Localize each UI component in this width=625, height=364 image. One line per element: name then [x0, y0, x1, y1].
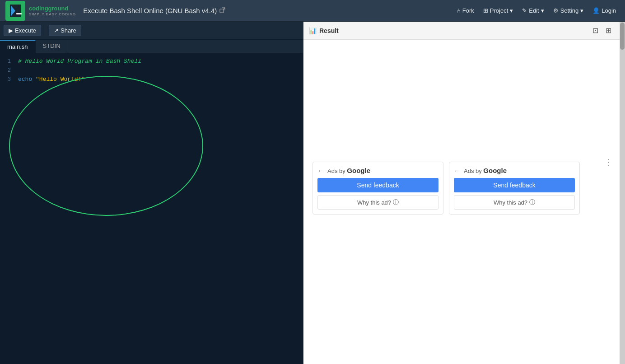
- code-editor[interactable]: 1 # Hello World Program in Bash Shell 2 …: [0, 53, 303, 364]
- why-this-ad-2[interactable]: Why this ad? ⓘ: [454, 195, 575, 210]
- send-feedback-button-2[interactable]: Send feedback: [454, 178, 575, 192]
- navbar: codingground codingground SIMPLY EASY CO…: [0, 0, 625, 22]
- tab-stdin-label: STDIN: [43, 42, 61, 49]
- share-label: Share: [61, 27, 76, 34]
- ad-back-arrow-2[interactable]: ←: [454, 167, 460, 174]
- ad-box-2: ← Ads by Google Send feedback Why this a…: [449, 162, 580, 215]
- oval-annotation: [9, 76, 203, 216]
- code-line-1: 1 # Hello World Program in Bash Shell: [0, 57, 303, 66]
- code-line-2: 2: [0, 66, 303, 75]
- tab-stdin[interactable]: STDIN: [36, 40, 68, 53]
- why-this-ad-1[interactable]: Why this ad? ⓘ: [317, 195, 438, 210]
- edit-button[interactable]: ✎ Edit ▾: [518, 5, 547, 16]
- project-button[interactable]: ⊞ Project ▾: [480, 5, 517, 16]
- echo-keyword: echo: [18, 76, 32, 83]
- nav-right: ⑃ Fork ⊞ Project ▾ ✎ Edit ▾ ⚙ Setting ▾ …: [453, 5, 620, 16]
- line-number-2: 2: [0, 66, 16, 75]
- result-header-right: ⊡ ⊞: [590, 25, 614, 36]
- result-title-text: Result: [319, 27, 339, 34]
- ad-header-1: ← Ads by Google: [317, 167, 438, 174]
- edit-icon: ✎: [522, 7, 527, 14]
- tab-main-sh-label: main.sh: [7, 43, 28, 50]
- user-icon: 👤: [592, 7, 600, 14]
- send-feedback-label-2: Send feedback: [493, 182, 535, 189]
- fork-label: Fork: [462, 7, 474, 14]
- svg-text:codingground: codingground: [7, 18, 21, 20]
- ad-box-1: ← Ads by Google Send feedback Why this a…: [312, 162, 443, 215]
- result-panel: 📊 Result ⊡ ⊞ ← Ads by Google: [303, 22, 620, 364]
- edit-label: Edit: [529, 7, 539, 14]
- setting-dropdown-icon: ▾: [580, 7, 583, 14]
- ads-by-google-1: Ads by Google: [327, 167, 370, 174]
- send-feedback-button-1[interactable]: Send feedback: [317, 178, 438, 192]
- google-brand-1: Google: [347, 167, 370, 174]
- result-header: 📊 Result ⊡ ⊞: [303, 22, 620, 40]
- line-content-3: echo "Hello World!": [16, 75, 303, 84]
- result-content: ← Ads by Google Send feedback Why this a…: [303, 40, 620, 364]
- ad-back-arrow-1[interactable]: ←: [317, 167, 324, 174]
- setting-label: Setting: [560, 7, 578, 14]
- more-options-icon[interactable]: ⋮: [604, 157, 612, 167]
- edit-dropdown-icon: ▾: [541, 7, 544, 14]
- logo-text: codingground: [29, 5, 76, 12]
- toolbar-divider: [45, 25, 45, 36]
- send-feedback-label-1: Send feedback: [357, 182, 399, 189]
- hello-world-string: "Hello World!": [36, 76, 85, 83]
- info-icon-1: ⓘ: [393, 198, 399, 206]
- login-button[interactable]: 👤 Login: [589, 5, 620, 16]
- line-number-3: 3: [0, 75, 16, 84]
- project-icon: ⊞: [483, 7, 488, 14]
- tab-bar: main.sh STDIN: [0, 40, 303, 53]
- gear-icon: ⚙: [553, 7, 559, 14]
- line-number-1: 1: [0, 57, 16, 66]
- svg-line-6: [223, 8, 225, 9]
- ad-header-2: ← Ads by Google: [454, 167, 575, 174]
- svg-rect-3: [16, 13, 22, 14]
- page-title: Execute Bash Shell Online (GNU Bash v4.4…: [83, 7, 217, 14]
- tab-main-sh[interactable]: main.sh: [0, 40, 36, 53]
- share-icon: ↗: [54, 27, 59, 34]
- bar-chart-icon: 📊: [309, 27, 317, 34]
- logo-subtitle: SIMPLY EASY CODING: [29, 12, 76, 17]
- play-icon: ▶: [9, 27, 13, 34]
- why-this-ad-text-1: Why this ad?: [357, 199, 391, 206]
- ads-container: ← Ads by Google Send feedback Why this a…: [308, 157, 615, 219]
- project-label: Project: [490, 7, 508, 14]
- info-icon-2: ⓘ: [529, 198, 535, 206]
- page-title-area: Execute Bash Shell Online (GNU Bash v4.4…: [83, 7, 453, 14]
- line-content-2: [16, 66, 303, 75]
- share-button[interactable]: ↗ Share: [49, 25, 81, 36]
- maximize-icon[interactable]: ⊞: [603, 25, 614, 36]
- svg-rect-5: [220, 9, 224, 13]
- execute-label: Execute: [15, 27, 36, 34]
- scrollbar-thumb[interactable]: [620, 23, 625, 50]
- line-content-1: # Hello World Program in Bash Shell: [16, 57, 303, 66]
- login-label: Login: [602, 7, 616, 14]
- main-content: ▶ Execute ↗ Share main.sh STDIN 1 # Hell…: [0, 22, 625, 364]
- minimize-icon[interactable]: ⊡: [590, 25, 601, 36]
- code-line-3: 3 echo "Hello World!": [0, 75, 303, 84]
- editor-panel: ▶ Execute ↗ Share main.sh STDIN 1 # Hell…: [0, 22, 303, 364]
- google-brand-2: Google: [483, 167, 507, 174]
- fork-icon: ⑃: [457, 7, 461, 14]
- ads-by-google-2: Ads by Google: [464, 167, 507, 174]
- setting-button[interactable]: ⚙ Setting ▾: [550, 5, 587, 16]
- result-title: 📊 Result: [309, 27, 339, 34]
- scrollbar-area[interactable]: [620, 22, 625, 364]
- execute-button[interactable]: ▶ Execute: [4, 25, 41, 36]
- why-this-ad-text-2: Why this ad?: [494, 199, 527, 206]
- fork-button[interactable]: ⑃ Fork: [453, 5, 478, 16]
- logo-area: codingground codingground SIMPLY EASY CO…: [5, 1, 76, 21]
- editor-toolbar: ▶ Execute ↗ Share: [0, 22, 303, 40]
- project-dropdown-icon: ▾: [510, 7, 513, 14]
- logo-icon: codingground: [5, 1, 25, 21]
- external-link-icon[interactable]: [219, 7, 226, 14]
